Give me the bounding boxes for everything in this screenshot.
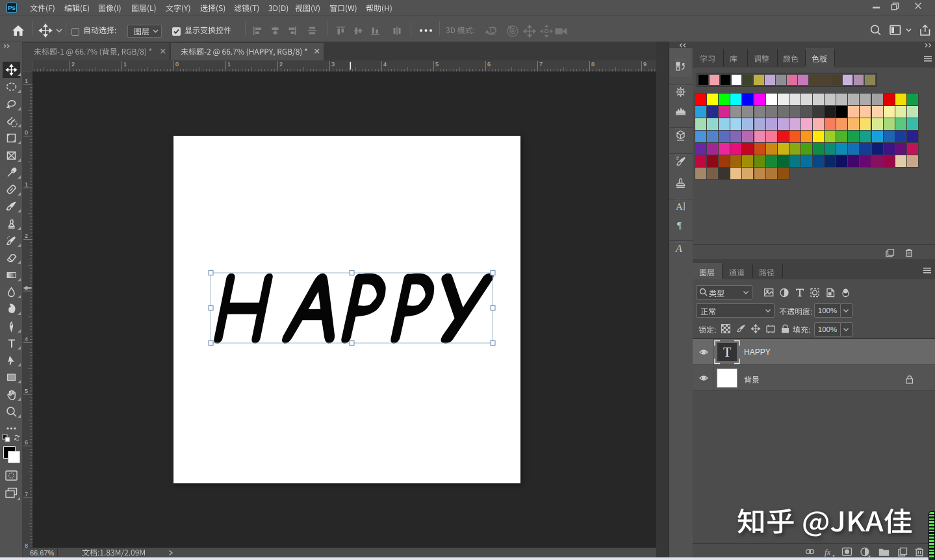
svg-text:4: 4 (25, 336, 28, 342)
svg-text:5: 5 (25, 388, 28, 394)
svg-text:2: 2 (279, 61, 283, 68)
svg-text:1: 1 (25, 78, 28, 84)
svg-text:fx: fx (825, 547, 831, 557)
svg-text:4: 4 (383, 61, 387, 68)
svg-text:6: 6 (487, 61, 491, 68)
svg-text:2: 2 (71, 61, 75, 68)
svg-text:1: 1 (227, 61, 231, 68)
svg-text:8: 8 (591, 61, 595, 68)
svg-text:2: 2 (25, 233, 28, 239)
svg-text:5: 5 (435, 61, 439, 68)
svg-text:6: 6 (25, 439, 28, 446)
svg-text:3: 3 (331, 61, 335, 68)
svg-text:A: A (676, 201, 683, 212)
svg-text:0: 0 (175, 61, 179, 68)
svg-text:9: 9 (643, 61, 647, 68)
svg-text:1: 1 (25, 181, 28, 188)
svg-text:¶: ¶ (677, 220, 682, 231)
svg-text:7: 7 (25, 491, 28, 498)
svg-text:1: 1 (123, 61, 127, 68)
svg-text:A: A (675, 243, 682, 254)
svg-text:7: 7 (539, 61, 543, 68)
svg-text:0: 0 (25, 129, 28, 136)
